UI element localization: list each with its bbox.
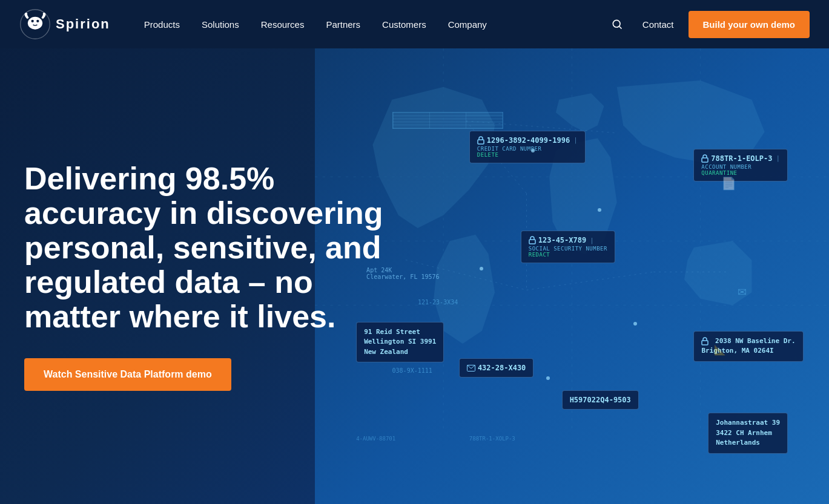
build-demo-button[interactable]: Build your own demo	[689, 11, 810, 38]
node-1	[531, 149, 535, 152]
data-card-addr2: 2038 NW Baseline Dr.Brighton, MA 0264I	[693, 331, 803, 362]
nav-products[interactable]: Products	[134, 15, 190, 34]
nav-links: Products Solutions Resources Partners Cu…	[134, 15, 606, 34]
data-card-phone: 432-28-X430	[459, 358, 533, 378]
data-card-addr3: Johannastraat 393422 CH ArnhemNetherland…	[708, 413, 788, 454]
nav-company[interactable]: Company	[438, 15, 497, 34]
node-2	[598, 208, 601, 212]
data-card-acct: 788TR-1-EOLP-3 | ACCOUNT NUMBER QUARANTI…	[693, 149, 788, 182]
hero-section: Delivering 98.5% accuracy in discovering…	[0, 0, 829, 504]
svg-point-4	[613, 20, 620, 27]
logo-text: Spirion	[56, 16, 110, 32]
search-button[interactable]	[606, 13, 628, 35]
data-card-cc: 1296-3892-4099-1996 | CREDIT CARD NUMBER…	[469, 131, 586, 163]
contact-link[interactable]: Contact	[633, 15, 684, 34]
svg-point-2	[31, 20, 34, 22]
watch-demo-button[interactable]: Watch Sensitive Data Platform demo	[24, 358, 231, 391]
svg-line-5	[619, 27, 622, 29]
data-card-id: H597022Q4-9503	[562, 390, 639, 410]
data-card-ssn: 123-45-X789 | SOCIAL SECURITY NUMBER RED…	[521, 231, 615, 263]
nav-resources[interactable]: Resources	[251, 15, 314, 34]
nav-solutions[interactable]: Solutions	[192, 15, 249, 34]
logo[interactable]: Spirion	[19, 8, 110, 40]
svg-line-15	[527, 272, 654, 290]
svg-rect-22	[702, 341, 708, 345]
svg-rect-19	[702, 158, 708, 162]
nav-customers[interactable]: Customers	[372, 15, 436, 34]
nav-partners[interactable]: Partners	[316, 15, 370, 34]
doc-icon-2: ✉	[738, 286, 747, 299]
hero-content: Delivering 98.5% accuracy in discovering…	[0, 125, 424, 428]
doc-icon-1: 📄	[721, 176, 736, 191]
navbar: Spirion Products Solutions Resources Par…	[0, 0, 829, 48]
svg-rect-18	[478, 140, 484, 144]
floating-id-4: 4-AUWV-88701	[356, 436, 395, 442]
doc-icon-3: 📐	[714, 344, 726, 356]
svg-point-3	[36, 20, 39, 22]
svg-rect-20	[529, 240, 535, 244]
floating-id-3: 788TR-1-XOLP-3	[469, 436, 515, 442]
hero-title: Delivering 98.5% accuracy in discovering…	[24, 162, 400, 335]
svg-point-1	[28, 17, 42, 30]
